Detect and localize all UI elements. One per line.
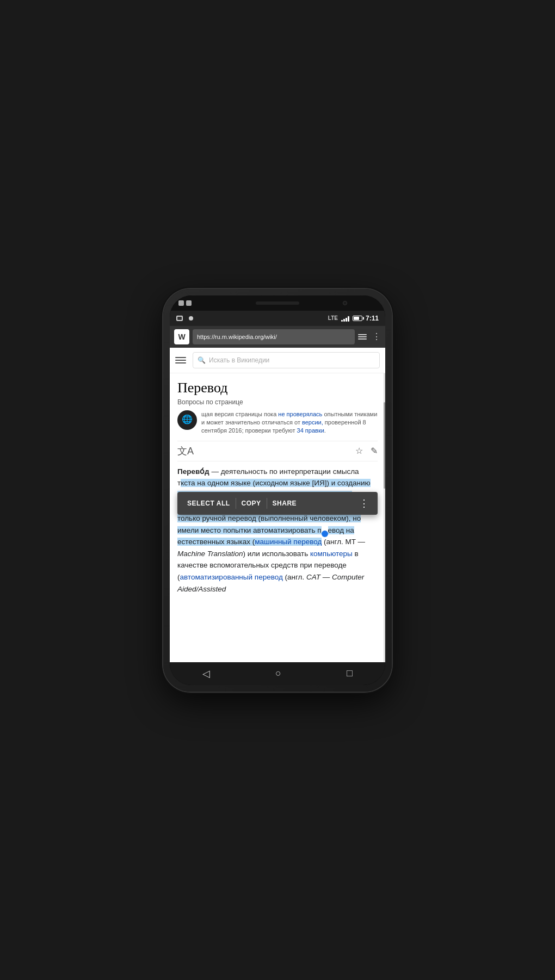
browser-chrome: W https://ru.m.wikipedia.org/wiki/ ⋮ bbox=[170, 326, 385, 348]
scrollbar-thumb bbox=[384, 402, 385, 489]
notice-text-1: щая версия страницы пока bbox=[201, 411, 278, 417]
article-body: Перево́д — деятельность по интерпретации… bbox=[177, 466, 378, 595]
article-tools: 文A ☆ ✎ bbox=[177, 441, 378, 461]
speaker bbox=[256, 301, 299, 305]
front-camera bbox=[343, 301, 347, 305]
back-button[interactable]: ◁ bbox=[194, 663, 219, 684]
svg-point-2 bbox=[189, 316, 193, 320]
battery-fill bbox=[354, 317, 360, 320]
body-italic-1: Machine Translation bbox=[177, 550, 243, 558]
bottom-nav: ◁ ○ □ bbox=[170, 662, 385, 685]
phone-hardware-top bbox=[170, 295, 385, 311]
article-paragraph-1: Перево́д — деятельность по интерпретации… bbox=[177, 466, 378, 595]
share-button[interactable]: SHARE bbox=[267, 492, 303, 515]
article-area: Перевод Вопросы по странице 🌐 щая версия… bbox=[170, 373, 385, 662]
ham-line-2 bbox=[358, 336, 367, 337]
phone-device: LTE 7:11 W https://ru.m.wikipedia.org/wi… bbox=[163, 289, 392, 692]
status-left bbox=[176, 316, 195, 321]
notice-text: щая версия страницы пока не проверялась … bbox=[201, 410, 378, 435]
recent-apps-button[interactable]: □ bbox=[338, 663, 361, 683]
notice-box: 🌐 щая версия страницы пока не проверялас… bbox=[177, 410, 378, 435]
copy-button[interactable]: COPY bbox=[236, 492, 267, 515]
body-text-2: (англ. MT — bbox=[324, 538, 365, 546]
scrollbar bbox=[384, 373, 385, 662]
menu-line-2 bbox=[175, 360, 186, 361]
signal-bar-4 bbox=[348, 316, 349, 322]
wiki-search-bar: 🔍 Искать в Википедии bbox=[170, 348, 385, 373]
article-title: Перевод bbox=[177, 380, 378, 396]
selection-toolbar: SELECT ALL COPY SHARE ⋮ bbox=[177, 492, 378, 515]
status-right: LTE 7:11 bbox=[328, 315, 379, 322]
signal-bars bbox=[341, 315, 349, 322]
battery-icon bbox=[353, 316, 362, 321]
menu-line-1 bbox=[175, 357, 186, 358]
notice-link-2[interactable]: версии, bbox=[302, 419, 323, 426]
browser-more-button[interactable]: ⋮ bbox=[372, 332, 381, 341]
android-icon bbox=[187, 316, 195, 321]
signal-bar-1 bbox=[341, 320, 343, 322]
wiki-search-input[interactable]: 🔍 Искать в Википедии bbox=[193, 352, 380, 368]
text-cursor-handle bbox=[322, 531, 328, 537]
signal-bar-2 bbox=[343, 319, 345, 322]
svg-rect-1 bbox=[177, 317, 182, 320]
menu-line-3 bbox=[175, 362, 186, 363]
select-all-button[interactable]: SELECT ALL bbox=[182, 492, 236, 515]
tabs-button[interactable] bbox=[358, 334, 367, 340]
notice-text-4: . bbox=[324, 427, 326, 434]
sim-icon bbox=[176, 316, 184, 321]
home-button[interactable]: ○ bbox=[267, 663, 290, 683]
avatar-symbol: 🌐 bbox=[182, 414, 193, 426]
lte-label: LTE bbox=[328, 315, 338, 321]
body-text-3: ) или использовать bbox=[243, 550, 310, 558]
toolbar-more-button[interactable]: ⋮ bbox=[355, 497, 373, 509]
url-text: https://ru.m.wikipedia.org/wiki/ bbox=[197, 334, 277, 340]
page-content: 🔍 Искать в Википедии Перевод Вопросы по … bbox=[170, 348, 385, 662]
signal-bar-3 bbox=[346, 318, 347, 322]
ham-line-1 bbox=[358, 334, 367, 335]
link-auto-translation[interactable]: автоматизированный перевод bbox=[180, 573, 283, 581]
link-computers[interactable]: компьютеры bbox=[310, 550, 353, 558]
tool-icons: ☆ ✎ bbox=[355, 446, 378, 456]
body-text-5: (англ. bbox=[283, 573, 306, 581]
notif-icon-2 bbox=[186, 300, 192, 306]
phone-screen: LTE 7:11 W https://ru.m.wikipedia.org/wi… bbox=[170, 295, 385, 685]
address-bar[interactable]: https://ru.m.wikipedia.org/wiki/ bbox=[193, 329, 355, 344]
notice-avatar: 🌐 bbox=[177, 410, 197, 430]
ham-line-3 bbox=[358, 338, 367, 340]
edit-icon[interactable]: ✎ bbox=[371, 446, 378, 456]
translate-icon[interactable]: 文A bbox=[177, 445, 355, 458]
browser-address-bar: W https://ru.m.wikipedia.org/wiki/ ⋮ bbox=[170, 326, 385, 348]
clock-display: 7:11 bbox=[366, 315, 379, 322]
notif-icon-1 bbox=[178, 300, 184, 306]
wiki-menu-button[interactable] bbox=[175, 357, 188, 363]
bookmark-icon[interactable]: ☆ bbox=[355, 446, 363, 456]
notice-link-3[interactable]: 34 правки bbox=[297, 427, 324, 434]
article-subtitle: Вопросы по странице bbox=[177, 398, 378, 406]
notification-area bbox=[178, 300, 192, 306]
search-placeholder: Искать в Википедии bbox=[209, 356, 269, 364]
wiki-logo: W bbox=[174, 329, 189, 344]
browser-actions: ⋮ bbox=[358, 332, 381, 341]
status-bar: LTE 7:11 bbox=[170, 311, 385, 326]
article-bold-term: Перево́д bbox=[177, 467, 209, 476]
link-machine-translation[interactable]: машинный перевод bbox=[255, 538, 322, 546]
notice-link-1[interactable]: не проверялась bbox=[278, 411, 322, 417]
search-icon: 🔍 bbox=[198, 356, 206, 364]
